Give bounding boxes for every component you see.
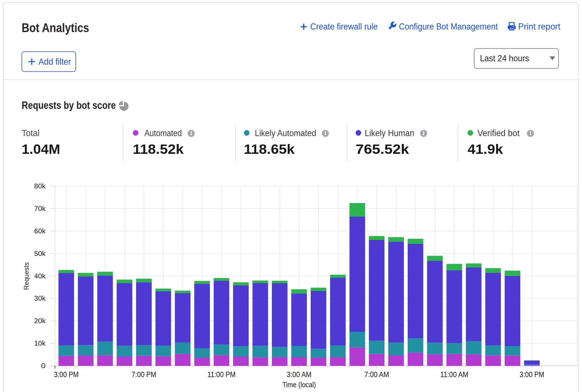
svg-text:3:00 PM: 3:00 PM [54,370,79,379]
svg-text:7:00 PM: 7:00 PM [132,370,156,379]
svg-text:0: 0 [41,362,46,370]
svg-text:Time (local): Time (local) [282,381,316,389]
svg-text:3:00 PM: 3:00 PM [520,370,544,379]
svg-text:20k: 20k [34,317,46,325]
svg-text:Total: Total [22,128,40,138]
svg-text:11:00 AM: 11:00 AM [440,370,468,379]
svg-text:Bot Analytics: Bot Analytics [22,21,89,35]
svg-text:118.65k: 118.65k [244,142,295,157]
svg-text:41.9k: 41.9k [468,142,503,157]
svg-text:Create firewall rule: Create firewall rule [310,22,378,31]
svg-text:Requests: Requests [23,262,30,290]
svg-text:Print report: Print report [518,22,560,31]
svg-text:Configure Bot Management: Configure Bot Management [399,22,498,31]
svg-text:50k: 50k [34,250,46,257]
svg-text:Requests by bot score: Requests by bot score [22,100,116,111]
svg-text:10k: 10k [34,340,46,347]
svg-text:Automated: Automated [145,128,182,138]
svg-text:7:00 AM: 7:00 AM [364,370,389,379]
svg-text:765.52k: 765.52k [356,142,409,157]
svg-text:30k: 30k [34,295,46,302]
svg-text:Likely Automated: Likely Automated [255,128,316,138]
svg-text:Last 24 hours: Last 24 hours [480,53,529,63]
svg-text:70k: 70k [34,205,46,212]
svg-text:Add filter: Add filter [39,57,71,67]
svg-text:40k: 40k [34,272,46,280]
svg-text:60k: 60k [34,227,46,235]
svg-text:118.52k: 118.52k [133,142,184,157]
svg-text:1.04M: 1.04M [22,142,60,157]
svg-text:Likely Human: Likely Human [365,128,414,138]
svg-text:3:00 AM: 3:00 AM [287,370,312,379]
svg-text:80k: 80k [34,183,46,190]
svg-text:11:00 PM: 11:00 PM [207,370,236,379]
svg-text:Verified bot: Verified bot [477,128,520,138]
